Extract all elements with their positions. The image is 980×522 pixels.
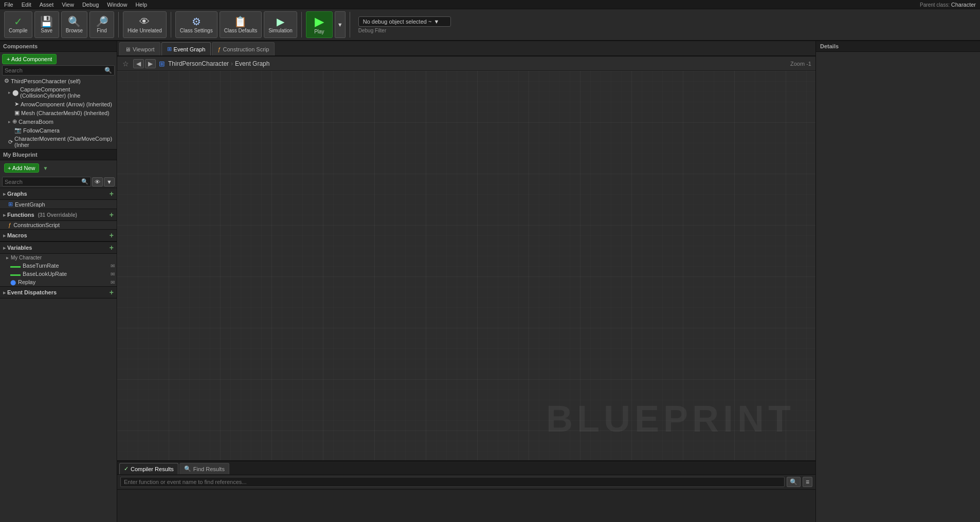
debug-filter-label: Debug Filter — [358, 28, 386, 33]
graphs-arrow-icon: ▸ — [3, 191, 6, 197]
simulation-label: Simulation — [268, 28, 293, 33]
play-dropdown-button[interactable]: ▼ — [335, 11, 346, 38]
debug-section: No debug object selected ~ ▼ Debug Filte… — [358, 16, 451, 33]
class-defaults-label: Class Defaults — [224, 28, 257, 33]
hide-unrelated-label: Hide Unrelated — [128, 28, 162, 33]
class-defaults-button[interactable]: 📋 Class Defaults — [220, 11, 262, 38]
breadcrumb-sep-icon: › — [231, 60, 233, 67]
tree-item-base-look-up-rate[interactable]: ▬▬ BaseLookUpRate ✉ — [0, 270, 117, 278]
menu-debug[interactable]: Debug — [82, 2, 99, 8]
nav-forward-button[interactable]: ▶ — [145, 59, 156, 68]
variables-add-icon[interactable]: + — [110, 244, 114, 252]
tree-item-mesh[interactable]: ▣ Mesh (CharacterMesh0) (Inherited) — [0, 108, 117, 117]
tab-compiler-results[interactable]: ✓ Compiler Results — [119, 463, 178, 474]
blueprint-canvas[interactable]: BLUEPRINT — [117, 71, 815, 460]
breadcrumb-path: ThirdPersonCharacter › Event Graph — [168, 60, 269, 67]
my-blueprint-options-button[interactable]: ▼ — [104, 177, 115, 187]
variable-category: ▸ My Character — [0, 254, 117, 262]
add-new-dropdown-icon[interactable]: ▼ — [43, 165, 48, 171]
tree-item-replay[interactable]: ⬤ Replay ✉ — [0, 278, 117, 286]
right-panel: Details — [815, 41, 980, 522]
event-graph-icon: ⊞ — [8, 201, 13, 208]
compile-label: Compile — [9, 28, 28, 33]
my-blueprint-panel: My Blueprint + Add New ▼ 🔍 👁 ▼ ▸ Graphs — [0, 150, 117, 522]
play-label: Play — [314, 29, 324, 34]
simulation-button[interactable]: ▶ Simulation — [264, 11, 297, 38]
variables-arrow-icon: ▸ — [3, 245, 6, 251]
play-button[interactable]: ▶ Play — [306, 11, 333, 38]
zoom-label: Zoom -1 — [790, 61, 811, 67]
macros-add-icon[interactable]: + — [110, 231, 114, 239]
tree-item-follow-camera-label: FollowCamera — [23, 127, 60, 134]
star-button[interactable]: ☆ — [121, 60, 130, 68]
tree-item-arrow-label: ArrowComponent (Arrow) (Inherited) — [21, 101, 112, 107]
tree-item-base-turn-rate[interactable]: ▬▬ BaseTurnRate ✉ — [0, 262, 117, 270]
tab-find-results[interactable]: 🔍 Find Results — [179, 463, 229, 474]
tab-viewport[interactable]: 🖥 Viewport — [119, 42, 160, 55]
tree-item-char-movement[interactable]: ⟳ CharacterMovement (CharMoveComp) (Inhe… — [0, 135, 117, 149]
class-settings-button[interactable]: ⚙ Class Settings — [175, 11, 217, 38]
details-content — [816, 52, 980, 522]
base-turn-rate-msg-icon: ✉ — [111, 263, 115, 269]
menu-help[interactable]: Help — [135, 2, 147, 8]
capsule-icon: ⬤ — [12, 89, 19, 96]
menu-file[interactable]: File — [4, 2, 13, 8]
find-references-input[interactable] — [120, 477, 785, 487]
toolbar-separator-1 — [118, 12, 119, 38]
compile-icon: ✓ — [14, 16, 23, 27]
browse-label: Browse — [66, 28, 83, 33]
add-component-button[interactable]: + Add Component — [2, 54, 57, 64]
functions-label: ▸ Functions (31 Overridable) — [3, 212, 77, 218]
my-blueprint-search-wrap: 🔍 — [2, 177, 91, 187]
find-bar: 🔍 ≡ — [117, 475, 815, 490]
replay-label: Replay — [18, 279, 35, 285]
my-blueprint-search-input[interactable] — [5, 179, 81, 185]
compile-button[interactable]: ✓ Compile — [4, 11, 32, 38]
my-blueprint-eye-button[interactable]: 👁 — [92, 177, 103, 187]
menu-edit[interactable]: Edit — [22, 2, 31, 8]
functions-add-icon[interactable]: + — [110, 211, 114, 219]
base-turn-rate-label: BaseTurnRate — [23, 263, 59, 269]
find-results-icon: 🔍 — [184, 465, 191, 472]
breadcrumb-class: ThirdPersonCharacter — [168, 60, 229, 67]
save-button[interactable]: 💾 Save — [34, 11, 59, 38]
menu-view[interactable]: View — [62, 2, 74, 8]
tree-item-capsule-label: CapsuleComponent (CollisionCylinder) (In… — [20, 86, 115, 99]
tab-construction-script[interactable]: ƒ Construction Scrip — [212, 42, 275, 55]
replay-icon: ⬤ — [10, 279, 16, 285]
add-new-button[interactable]: + Add New — [4, 163, 39, 173]
menu-asset[interactable]: Asset — [40, 2, 54, 8]
components-search-icon: 🔍 — [104, 67, 112, 74]
find-button[interactable]: 🔎 Find — [89, 11, 114, 38]
base-look-up-rate-label: BaseLookUpRate — [23, 271, 67, 277]
tree-item-event-graph[interactable]: ⊞ EventGraph — [0, 200, 117, 209]
toolbar-separator-2 — [171, 12, 171, 38]
tree-item-construction-script[interactable]: ƒ ConstructionScript — [0, 221, 117, 229]
breadcrumb-nav: ◀ ▶ — [133, 59, 156, 68]
functions-section-header: ▸ Functions (31 Overridable) + — [0, 209, 117, 221]
tree-item-capsule[interactable]: ▸ ⬤ CapsuleComponent (CollisionCylinder)… — [0, 85, 117, 100]
event-dispatchers-label: ▸ Event Dispatchers — [3, 289, 57, 295]
menu-window[interactable]: Window — [107, 2, 127, 8]
base-look-up-rate-icon: ▬▬ — [10, 271, 21, 277]
nav-back-button[interactable]: ◀ — [133, 59, 144, 68]
tab-event-graph[interactable]: ⊞ Event Graph — [161, 42, 211, 55]
construction-script-tab-label: Construction Scrip — [223, 46, 269, 52]
graphs-add-icon[interactable]: + — [110, 190, 114, 198]
find-options-button[interactable]: ≡ — [803, 477, 812, 487]
char-movement-icon: ⟳ — [8, 139, 13, 145]
tree-item-self[interactable]: ⚙ ThirdPersonCharacter (self) — [0, 77, 117, 85]
browse-button[interactable]: 🔍 Browse — [61, 11, 87, 38]
find-search-button[interactable]: 🔍 — [787, 477, 801, 487]
components-search-input[interactable] — [5, 67, 104, 73]
tree-item-arrow[interactable]: ➤ ArrowComponent (Arrow) (Inherited) — [0, 100, 117, 108]
tab-bar: 🖥 Viewport ⊞ Event Graph ƒ Construction … — [117, 41, 815, 57]
tree-item-camera-boom[interactable]: ▸ ⊕ CameraBoom — [0, 117, 117, 126]
tree-item-follow-camera[interactable]: 📷 FollowCamera — [0, 126, 117, 135]
toolbar: ✓ Compile 💾 Save 🔍 Browse 🔎 Find 👁 Hide … — [0, 9, 980, 41]
hide-unrelated-button[interactable]: 👁 Hide Unrelated — [123, 11, 167, 38]
event-dispatchers-add-icon[interactable]: + — [110, 288, 114, 296]
viewport-tab-icon: 🖥 — [125, 46, 131, 52]
parent-class-link[interactable]: Character — [951, 2, 976, 8]
debug-object-dropdown[interactable]: No debug object selected ~ ▼ — [358, 16, 451, 27]
